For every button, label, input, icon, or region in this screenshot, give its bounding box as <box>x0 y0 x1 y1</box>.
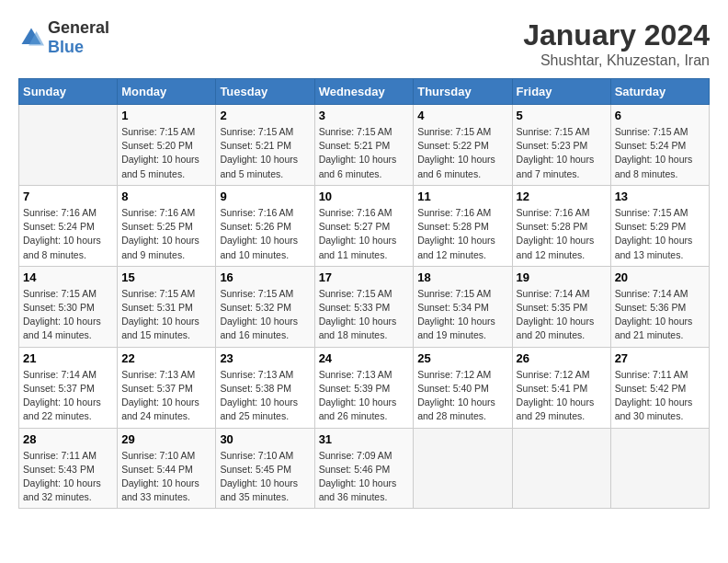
day-cell: 10Sunrise: 7:16 AMSunset: 5:27 PMDayligh… <box>314 185 414 266</box>
day-number: 20 <box>615 270 705 284</box>
day-number: 13 <box>615 190 705 203</box>
week-row-2: 7Sunrise: 7:16 AMSunset: 5:24 PMDaylight… <box>19 185 710 266</box>
day-cell: 11Sunrise: 7:16 AMSunset: 5:28 PMDayligh… <box>414 185 512 266</box>
day-number: 25 <box>417 351 507 365</box>
day-number: 5 <box>517 109 607 122</box>
day-number: 21 <box>23 351 113 365</box>
day-cell: 14Sunrise: 7:15 AMSunset: 5:30 PMDayligh… <box>19 266 118 347</box>
day-header-saturday: Saturday <box>610 79 709 105</box>
day-cell: 12Sunrise: 7:16 AMSunset: 5:28 PMDayligh… <box>512 185 610 266</box>
day-header-monday: Monday <box>118 79 216 105</box>
day-number: 22 <box>121 351 211 365</box>
day-info: Sunrise: 7:13 AMSunset: 5:37 PMDaylight:… <box>121 368 211 424</box>
day-info: Sunrise: 7:13 AMSunset: 5:39 PMDaylight:… <box>319 368 410 424</box>
day-cell: 6Sunrise: 7:15 AMSunset: 5:24 PMDaylight… <box>610 105 709 186</box>
day-info: Sunrise: 7:11 AMSunset: 5:42 PMDaylight:… <box>615 368 705 424</box>
day-info: Sunrise: 7:11 AMSunset: 5:43 PMDaylight:… <box>23 449 113 505</box>
day-number: 1 <box>121 109 211 122</box>
day-number: 24 <box>319 351 410 365</box>
week-row-1: 1Sunrise: 7:15 AMSunset: 5:20 PMDaylight… <box>19 105 710 186</box>
day-cell: 23Sunrise: 7:13 AMSunset: 5:38 PMDayligh… <box>216 347 314 428</box>
day-info: Sunrise: 7:10 AMSunset: 5:44 PMDaylight:… <box>121 449 211 505</box>
week-row-4: 21Sunrise: 7:14 AMSunset: 5:37 PMDayligh… <box>19 347 710 428</box>
day-cell: 26Sunrise: 7:12 AMSunset: 5:41 PMDayligh… <box>512 347 610 428</box>
day-number: 7 <box>23 190 113 203</box>
day-cell <box>414 428 512 509</box>
day-cell: 24Sunrise: 7:13 AMSunset: 5:39 PMDayligh… <box>314 347 414 428</box>
day-info: Sunrise: 7:14 AMSunset: 5:35 PMDaylight:… <box>517 287 607 343</box>
day-info: Sunrise: 7:16 AMSunset: 5:27 PMDaylight:… <box>319 206 410 262</box>
day-info: Sunrise: 7:15 AMSunset: 5:23 PMDaylight:… <box>517 125 607 181</box>
day-cell: 1Sunrise: 7:15 AMSunset: 5:20 PMDaylight… <box>118 105 216 186</box>
day-number: 18 <box>417 270 507 284</box>
day-cell: 21Sunrise: 7:14 AMSunset: 5:37 PMDayligh… <box>19 347 118 428</box>
day-cell: 2Sunrise: 7:15 AMSunset: 5:21 PMDaylight… <box>216 105 314 186</box>
day-number: 28 <box>23 432 113 446</box>
day-header-tuesday: Tuesday <box>216 79 314 105</box>
logo-icon <box>18 25 44 51</box>
day-info: Sunrise: 7:15 AMSunset: 5:21 PMDaylight:… <box>220 125 310 181</box>
day-number: 19 <box>517 270 607 284</box>
day-headers-row: SundayMondayTuesdayWednesdayThursdayFrid… <box>19 79 710 105</box>
day-number: 29 <box>121 432 211 446</box>
day-info: Sunrise: 7:15 AMSunset: 5:30 PMDaylight:… <box>23 287 113 343</box>
day-number: 30 <box>220 432 310 446</box>
page-header: General Blue January 2024 Shushtar, Khuz… <box>18 18 710 69</box>
day-cell: 22Sunrise: 7:13 AMSunset: 5:37 PMDayligh… <box>118 347 216 428</box>
day-number: 9 <box>220 190 310 203</box>
day-info: Sunrise: 7:15 AMSunset: 5:34 PMDaylight:… <box>417 287 507 343</box>
day-cell <box>610 428 709 509</box>
day-info: Sunrise: 7:12 AMSunset: 5:40 PMDaylight:… <box>417 368 507 424</box>
day-number: 31 <box>319 432 410 446</box>
day-info: Sunrise: 7:16 AMSunset: 5:26 PMDaylight:… <box>220 206 310 262</box>
logo-blue: Blue <box>48 38 84 56</box>
day-cell: 15Sunrise: 7:15 AMSunset: 5:31 PMDayligh… <box>118 266 216 347</box>
day-info: Sunrise: 7:15 AMSunset: 5:24 PMDaylight:… <box>615 125 705 181</box>
day-header-friday: Friday <box>512 79 610 105</box>
day-number: 3 <box>319 109 410 122</box>
logo: General Blue <box>18 18 109 57</box>
day-number: 6 <box>615 109 705 122</box>
day-number: 11 <box>417 190 507 203</box>
day-info: Sunrise: 7:12 AMSunset: 5:41 PMDaylight:… <box>517 368 607 424</box>
day-info: Sunrise: 7:14 AMSunset: 5:36 PMDaylight:… <box>615 287 705 343</box>
day-number: 16 <box>220 270 310 284</box>
day-number: 23 <box>220 351 310 365</box>
day-header-wednesday: Wednesday <box>314 79 414 105</box>
day-info: Sunrise: 7:15 AMSunset: 5:21 PMDaylight:… <box>319 125 410 181</box>
day-cell: 7Sunrise: 7:16 AMSunset: 5:24 PMDaylight… <box>19 185 118 266</box>
day-info: Sunrise: 7:15 AMSunset: 5:32 PMDaylight:… <box>220 287 310 343</box>
day-info: Sunrise: 7:16 AMSunset: 5:25 PMDaylight:… <box>121 206 211 262</box>
day-cell: 25Sunrise: 7:12 AMSunset: 5:40 PMDayligh… <box>414 347 512 428</box>
day-info: Sunrise: 7:16 AMSunset: 5:28 PMDaylight:… <box>517 206 607 262</box>
day-info: Sunrise: 7:16 AMSunset: 5:28 PMDaylight:… <box>417 206 507 262</box>
day-cell: 19Sunrise: 7:14 AMSunset: 5:35 PMDayligh… <box>512 266 610 347</box>
day-cell: 5Sunrise: 7:15 AMSunset: 5:23 PMDaylight… <box>512 105 610 186</box>
day-cell: 8Sunrise: 7:16 AMSunset: 5:25 PMDaylight… <box>118 185 216 266</box>
day-number: 17 <box>319 270 410 284</box>
day-info: Sunrise: 7:13 AMSunset: 5:38 PMDaylight:… <box>220 368 310 424</box>
day-cell: 28Sunrise: 7:11 AMSunset: 5:43 PMDayligh… <box>19 428 118 509</box>
day-info: Sunrise: 7:16 AMSunset: 5:24 PMDaylight:… <box>23 206 113 262</box>
day-cell <box>512 428 610 509</box>
title-block: January 2024 Shushtar, Khuzestan, Iran <box>523 18 710 69</box>
day-info: Sunrise: 7:14 AMSunset: 5:37 PMDaylight:… <box>23 368 113 424</box>
day-number: 26 <box>517 351 607 365</box>
day-cell: 30Sunrise: 7:10 AMSunset: 5:45 PMDayligh… <box>216 428 314 509</box>
day-info: Sunrise: 7:10 AMSunset: 5:45 PMDaylight:… <box>220 449 310 505</box>
day-header-thursday: Thursday <box>414 79 512 105</box>
calendar-subtitle: Shushtar, Khuzestan, Iran <box>523 52 710 69</box>
day-number: 14 <box>23 270 113 284</box>
day-number: 4 <box>417 109 507 122</box>
day-number: 15 <box>121 270 211 284</box>
day-cell: 4Sunrise: 7:15 AMSunset: 5:22 PMDaylight… <box>414 105 512 186</box>
day-cell: 9Sunrise: 7:16 AMSunset: 5:26 PMDaylight… <box>216 185 314 266</box>
day-info: Sunrise: 7:09 AMSunset: 5:46 PMDaylight:… <box>319 449 410 505</box>
day-cell: 27Sunrise: 7:11 AMSunset: 5:42 PMDayligh… <box>610 347 709 428</box>
day-info: Sunrise: 7:15 AMSunset: 5:22 PMDaylight:… <box>417 125 507 181</box>
week-row-5: 28Sunrise: 7:11 AMSunset: 5:43 PMDayligh… <box>19 428 710 509</box>
day-cell: 16Sunrise: 7:15 AMSunset: 5:32 PMDayligh… <box>216 266 314 347</box>
day-cell: 18Sunrise: 7:15 AMSunset: 5:34 PMDayligh… <box>414 266 512 347</box>
day-number: 10 <box>319 190 410 203</box>
calendar-title: January 2024 <box>523 18 710 52</box>
